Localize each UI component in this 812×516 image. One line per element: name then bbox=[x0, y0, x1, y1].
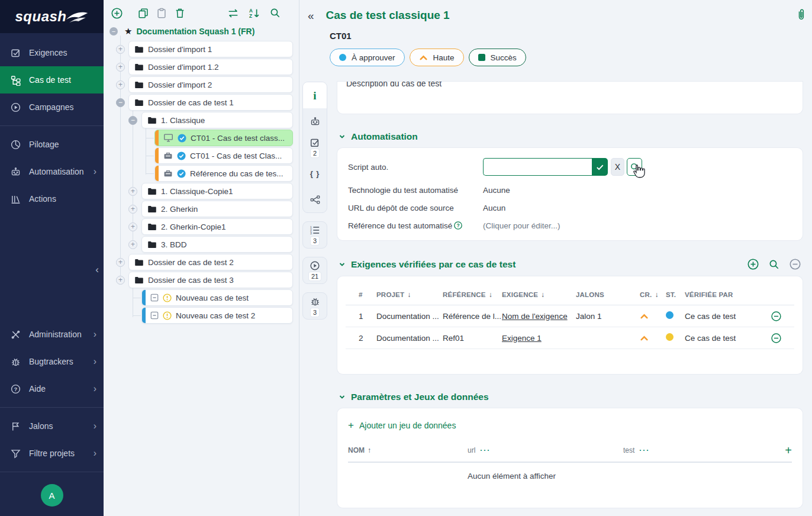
req-column-header[interactable]: CR.↓ bbox=[640, 291, 666, 299]
req-column-header[interactable]: RÉFÉRENCE↓ bbox=[443, 291, 502, 299]
dataset-column-test[interactable]: test ··· bbox=[623, 446, 785, 454]
sidebar-item-reporting[interactable]: Pilotage bbox=[0, 131, 104, 158]
script-search-button[interactable] bbox=[627, 158, 642, 176]
tree-node[interactable]: Dossier de cas de test 2 bbox=[128, 254, 293, 270]
sidebar-item-campaigns[interactable]: Campagnes bbox=[0, 93, 104, 121]
tree-node[interactable]: 2. Gherkin bbox=[141, 201, 293, 217]
numbered-list-icon: 123 bbox=[310, 225, 320, 236]
column-menu-icon[interactable]: ··· bbox=[480, 446, 491, 454]
tree-expander-plus[interactable]: + bbox=[116, 63, 125, 72]
help-icon[interactable]: ? bbox=[454, 221, 462, 230]
tree-toolbar-transfer-button[interactable] bbox=[227, 8, 240, 19]
sidebar-collapse-button[interactable]: ‹ bbox=[94, 263, 100, 277]
tree-row: +Dossier de cas de test 2 bbox=[104, 253, 299, 271]
dataset-column-name[interactable]: NOM ↑ bbox=[348, 446, 468, 454]
req-column-header[interactable]: # bbox=[359, 291, 376, 298]
add-requirement-button[interactable] bbox=[747, 258, 759, 270]
tree-toolbar-sort-button[interactable]: AZ bbox=[249, 7, 260, 19]
cancel-button[interactable]: X bbox=[611, 158, 624, 176]
tree-node[interactable]: 2. Gherkin-Copie1 bbox=[141, 218, 293, 235]
requirement-link[interactable]: Exigence 1 bbox=[502, 334, 542, 343]
sidebar-item-milestones[interactable]: Jalons› bbox=[0, 412, 104, 440]
tree-root-collapse[interactable]: − bbox=[109, 27, 118, 36]
tree-root[interactable]: − ★ Documentation Squash 1 (FR) bbox=[104, 21, 299, 39]
tree-expander-plus[interactable]: + bbox=[128, 205, 137, 214]
chip-orange[interactable]: Haute bbox=[410, 49, 464, 66]
tree-node[interactable]: 1. Classique bbox=[141, 112, 293, 128]
req-column-header[interactable]: VÉRIFIÉE PAR bbox=[685, 291, 771, 298]
sidebar-item-help[interactable]: ?Aide› bbox=[0, 375, 104, 402]
tree-toolbar-paste-button[interactable] bbox=[156, 7, 167, 19]
search-requirements-button[interactable] bbox=[768, 259, 780, 270]
tree-node[interactable]: CT01 - Cas de test Clas... bbox=[154, 147, 293, 164]
sidebar-item-label: Campagnes bbox=[29, 102, 74, 112]
sidebar-item-label: Aide bbox=[29, 384, 46, 394]
tree-toolbar-delete-button[interactable] bbox=[174, 7, 186, 19]
sidebar-item-test-cases[interactable]: Cas de test bbox=[0, 66, 104, 93]
criticality-icon bbox=[640, 334, 666, 342]
dataset-column-url[interactable]: url ··· bbox=[468, 446, 623, 454]
req-column-header[interactable]: PROJET↓ bbox=[376, 291, 443, 299]
chip-blue[interactable]: À approuver bbox=[330, 49, 405, 66]
column-menu-icon[interactable]: ··· bbox=[639, 446, 650, 454]
field-value[interactable]: (Cliquer pour éditer...) bbox=[483, 221, 560, 230]
automation-section-header[interactable]: Automatisation bbox=[339, 131, 803, 142]
sidebar-item-project-filter[interactable]: Filtre projets› bbox=[0, 440, 104, 467]
tab-automation[interactable] bbox=[303, 108, 327, 134]
tree-expander-plus[interactable]: + bbox=[116, 80, 125, 89]
collapse-panel-button[interactable]: « bbox=[308, 10, 314, 21]
project-filter-icon bbox=[9, 448, 21, 459]
tab-links[interactable] bbox=[303, 186, 327, 212]
tree-node[interactable]: Référence du cas de tes... bbox=[154, 165, 293, 182]
tree-expander-plus[interactable]: + bbox=[116, 45, 125, 54]
tree-expander-plus[interactable]: + bbox=[116, 276, 125, 285]
req-column-header[interactable]: EXIGENCE↓ bbox=[502, 291, 576, 299]
unbind-row-button[interactable] bbox=[771, 333, 791, 344]
tree-expander-plus[interactable]: + bbox=[128, 222, 137, 231]
tree-toolbar-copy-button[interactable] bbox=[137, 7, 149, 19]
req-cell-num: 2 bbox=[359, 334, 376, 343]
tree-node[interactable]: 3. BDD bbox=[141, 236, 293, 253]
tree-node[interactable]: Dossier d'import 2 bbox=[128, 76, 293, 93]
sidebar-item-actions[interactable]: Actions bbox=[0, 185, 104, 212]
sidebar-item-bugtrackers[interactable]: Bugtrackers› bbox=[0, 348, 104, 375]
tree-expander-plus[interactable]: + bbox=[116, 258, 125, 267]
unbind-requirements-button[interactable] bbox=[789, 258, 801, 270]
requirement-link[interactable]: Nom de l'exigence bbox=[502, 312, 568, 321]
tree-expander-plus[interactable]: + bbox=[128, 187, 137, 196]
attachments-button[interactable] bbox=[795, 7, 807, 25]
tree-node[interactable]: 1. Classique-Copie1 bbox=[141, 183, 293, 199]
tree-expander-minus[interactable]: − bbox=[116, 98, 125, 107]
confirm-button[interactable] bbox=[592, 158, 608, 176]
tree-node[interactable]: Dossier de cas de test 3 bbox=[128, 272, 293, 288]
tree-expander-plus[interactable]: + bbox=[128, 240, 137, 249]
tree-node[interactable]: Dossier d'import 1 bbox=[128, 41, 293, 57]
tree-node[interactable]: CT01 - Cas de test class... bbox=[154, 130, 293, 146]
tree-node[interactable]: Dossier de cas de test 1 bbox=[128, 94, 293, 111]
tab-requirements[interactable]: 2 bbox=[303, 134, 327, 160]
tab-executions[interactable]: 21 bbox=[303, 257, 327, 283]
sidebar-item-automation[interactable]: Automatisation› bbox=[0, 158, 104, 185]
script-auto-input[interactable] bbox=[483, 158, 592, 176]
requirements-section-header[interactable]: Exigences vérifiées par ce cas de test bbox=[339, 258, 803, 270]
tree-node[interactable]: Nouveau cas de test bbox=[141, 289, 293, 306]
unbind-row-button[interactable] bbox=[771, 311, 791, 322]
tree-toolbar-search-button[interactable] bbox=[269, 7, 281, 19]
tree-node[interactable]: Nouveau cas de test 2 bbox=[141, 307, 293, 324]
datasets-section-header[interactable]: Paramètres et Jeux de données bbox=[339, 392, 803, 402]
tab-parameters[interactable]: { } bbox=[303, 160, 327, 186]
add-parameter-button[interactable]: + bbox=[785, 444, 792, 456]
avatar[interactable]: A bbox=[41, 484, 63, 507]
req-column-header[interactable]: JALONS bbox=[576, 291, 640, 298]
tree-toolbar-new-button[interactable] bbox=[111, 7, 123, 20]
chip-green[interactable]: Succès bbox=[469, 49, 526, 66]
sidebar-item-administration[interactable]: Administration› bbox=[0, 321, 104, 348]
tab-issues[interactable]: 3 bbox=[303, 293, 327, 319]
tab-steps[interactable]: 1233 bbox=[303, 222, 327, 248]
tree-node[interactable]: Dossier d'import 1.2 bbox=[128, 59, 293, 75]
tree-expander-minus[interactable]: − bbox=[128, 116, 137, 125]
add-dataset-link[interactable]: + Ajouter un jeu de données bbox=[348, 420, 456, 430]
tab-information[interactable]: i bbox=[303, 82, 327, 108]
req-column-header[interactable]: ST. bbox=[666, 291, 685, 298]
sidebar-item-requirements[interactable]: Exigences bbox=[0, 39, 104, 66]
